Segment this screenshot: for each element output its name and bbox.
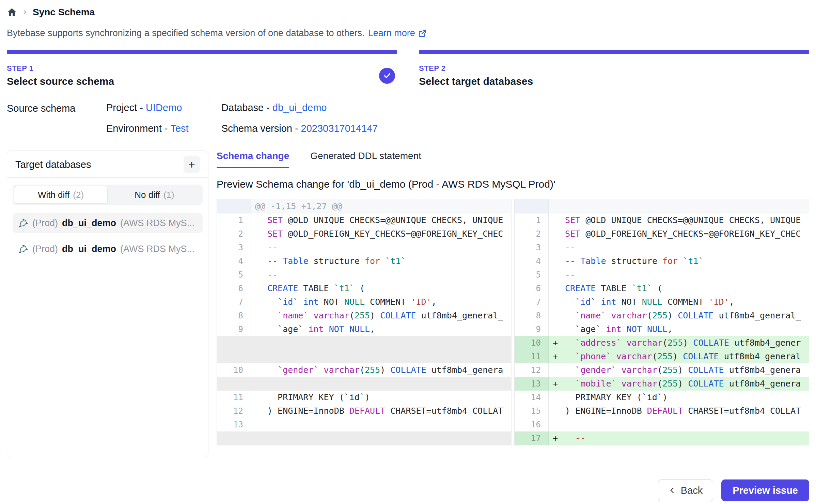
diff-filter-tabs: With diff(2)No diff(1): [13, 185, 203, 205]
diff-row: 2SET @OLD_FOREIGN_KEY_CHECKS=@@FOREIGN_K…: [217, 227, 511, 241]
diff-hunk-header: [549, 199, 809, 214]
diff-row: 6CREATE TABLE `t1` (: [217, 282, 511, 295]
diff-row: 9 `age` int NOT NULL,: [515, 322, 809, 336]
diff-change-marker: +: [549, 431, 565, 445]
project-link[interactable]: UIDemo: [146, 102, 182, 113]
diff-row: 13: [217, 418, 511, 431]
diff-change-marker: [251, 418, 267, 431]
target-database-list: (Prod)db_ui_demo(AWS RDS MyS...(Prod)db_…: [13, 213, 203, 259]
tab-count: (2): [73, 190, 84, 200]
diff-line-number: 6: [217, 282, 251, 295]
step-2-title: Select target databases: [419, 76, 533, 87]
diff-hunk-header: @@ -1,15 +1,27 @@: [251, 199, 511, 214]
diff-code-line: [267, 377, 511, 391]
diff-line-number: [217, 199, 251, 214]
diff-row: 8 `name` varchar(255) COLLATE utf8mb4_ge…: [217, 309, 511, 322]
diff-change-marker: [251, 268, 267, 282]
diff-row: 16: [515, 418, 809, 431]
preview-tab-schema-change[interactable]: Schema change: [217, 151, 289, 168]
diff-code-line: `gender` varchar(255) COLLATE utf8mb4_ge…: [267, 363, 511, 377]
diff-row: 8 `name` varchar(255) COLLATE utf8mb4_ge…: [515, 309, 809, 322]
diff-filter-tab-with-diff[interactable]: With diff(2): [14, 186, 108, 204]
schema-version-link[interactable]: 20230317014147: [301, 123, 378, 134]
diff-line-number: 4: [515, 254, 549, 268]
diff-code-line: CREATE TABLE `t1` (: [565, 282, 809, 295]
preview-tab-generated-ddl-statement[interactable]: Generated DDL statement: [310, 151, 421, 168]
diff-code-line: `name` varchar(255) COLLATE utf8mb4_gene…: [267, 309, 511, 322]
diff-code-line: ) ENGINE=InnoDB DEFAULT CHARSET=utf8mb4 …: [565, 404, 809, 418]
home-icon[interactable]: [7, 7, 17, 17]
diff-line-number: 10: [217, 363, 251, 377]
database-link[interactable]: db_ui_demo: [272, 102, 327, 113]
db-name: db_ui_demo: [62, 218, 116, 229]
diff-code-line: PRIMARY KEY (`id`): [267, 391, 511, 404]
diff-line-number: 4: [217, 254, 251, 268]
diff-code-line: SET @OLD_FOREIGN_KEY_CHECKS=@@FOREIGN_KE…: [267, 227, 511, 241]
environment-link[interactable]: Test: [170, 123, 188, 134]
learn-more-link[interactable]: Learn more: [368, 28, 427, 38]
step-2-progress-bar: [419, 50, 809, 54]
external-link-icon: [418, 29, 427, 38]
diff-change-marker: [251, 295, 267, 309]
diff-line-number: 13: [217, 418, 251, 431]
source-schema-summary: Source schema Project-UIDemo Database-db…: [7, 102, 809, 134]
diff-pane-gap: [512, 199, 514, 445]
diff-change-marker: [251, 241, 267, 254]
diff-line-number: 9: [217, 322, 251, 336]
diff-line-number: 9: [515, 322, 549, 336]
step-2-label: STEP 2: [419, 64, 533, 73]
diff-code-line: [267, 431, 511, 445]
diff-change-marker: +: [549, 377, 565, 391]
diff-change-marker: [251, 336, 267, 350]
diff-line-number: 15: [515, 404, 549, 418]
preview-issue-button[interactable]: Preview issue: [721, 479, 809, 501]
tab-count: (1): [163, 190, 174, 200]
source-field-environment: Environment-Test: [106, 123, 221, 134]
diff-code-line: -- Table structure for `t1`: [565, 254, 809, 268]
diff-line-number: 12: [217, 404, 251, 418]
diff-code-line: `id` int NOT NULL COMMENT 'ID',: [267, 295, 511, 309]
diff-change-marker: [251, 214, 267, 227]
chevron-left-icon: [669, 487, 676, 494]
diff-line-number: [217, 431, 251, 445]
target-database-item-2[interactable]: (Prod)db_ui_demo(AWS RDS MyS...: [13, 239, 203, 259]
schema-diff-viewer: @@ -1,15 +1,27 @@1SET @OLD_UNIQUE_CHECKS…: [217, 199, 809, 445]
diff-change-marker: [549, 418, 565, 431]
source-field-database: Database-db_ui_demo: [221, 102, 378, 113]
diff-code-line: --: [267, 241, 511, 254]
source-schema-label: Source schema: [7, 102, 106, 134]
diff-change-marker: [251, 363, 267, 377]
diff-line-number: 11: [217, 391, 251, 404]
diff-change-marker: [549, 241, 565, 254]
diff-code-line: -- Table structure for `t1`: [267, 254, 511, 268]
preview-tabs: Schema changeGenerated DDL statement: [217, 151, 809, 168]
diff-line-number: 11: [515, 350, 549, 363]
diff-change-marker: [251, 282, 267, 295]
breadcrumb-current: Sync Schema: [33, 7, 95, 18]
diff-code-line: ) ENGINE=InnoDB DEFAULT CHARSET=utf8mb4 …: [267, 404, 511, 418]
mysql-dolphin-icon: [18, 218, 29, 229]
diff-change-marker: +: [549, 336, 565, 350]
stepper: STEP 1 Select source schema STEP 2 Selec…: [7, 50, 809, 87]
diff-code-line: `mobile` varchar(255) COLLATE utf8mb4_ge…: [565, 377, 809, 391]
back-button[interactable]: Back: [658, 479, 713, 501]
add-target-database-button[interactable]: +: [184, 156, 200, 173]
diff-change-marker: [549, 268, 565, 282]
diff-filter-tab-no-diff[interactable]: No diff(1): [108, 186, 201, 204]
diff-row: 1SET @OLD_UNIQUE_CHECKS=@@UNIQUE_CHECKS,…: [515, 214, 809, 227]
diff-line-number: 3: [515, 241, 549, 254]
step-1: STEP 1 Select source schema: [7, 50, 397, 87]
diff-row: 4-- Table structure for `t1`: [217, 254, 511, 268]
diff-code-line: --: [565, 431, 809, 445]
diff-change-marker: [251, 227, 267, 241]
db-instance: (AWS RDS MyS...: [120, 244, 194, 254]
db-instance: (AWS RDS MyS...: [120, 218, 194, 229]
diff-change-marker: [549, 391, 565, 404]
diff-code-line: --: [565, 268, 809, 282]
diff-code-line: SET @OLD_FOREIGN_KEY_CHECKS=@@FOREIGN_KE…: [565, 227, 809, 241]
target-database-item-1[interactable]: (Prod)db_ui_demo(AWS RDS MyS...: [13, 213, 203, 233]
diff-change-marker: [549, 214, 565, 227]
diff-row: [217, 350, 511, 363]
diff-code-line: `id` int NOT NULL COMMENT 'ID',: [565, 295, 809, 309]
diff-row: 7 `id` int NOT NULL COMMENT 'ID',: [515, 295, 809, 309]
